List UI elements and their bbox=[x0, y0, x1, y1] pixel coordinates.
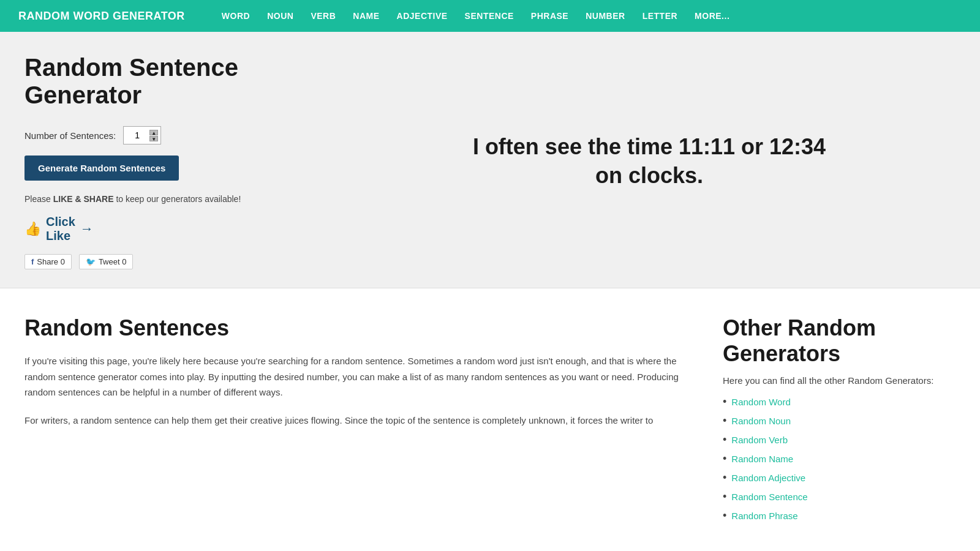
nav-link-verb[interactable]: VERB bbox=[311, 11, 336, 21]
list-item: Random Adjective bbox=[723, 471, 956, 484]
number-label: Number of Sentences: bbox=[24, 130, 116, 141]
generated-sentence: I often see the time 11:11 or 12:34 on c… bbox=[466, 133, 833, 190]
nav-link-name[interactable]: NAME bbox=[353, 11, 379, 21]
number-row: Number of Sentences: ▲ ▼ bbox=[24, 126, 318, 144]
content-para-2: For writers, a random sentence can help … bbox=[24, 413, 686, 429]
nav-brand: RANDOM WORD GENERATOR bbox=[18, 10, 185, 23]
twitter-tweet-button[interactable]: 🐦 Tweet 0 bbox=[79, 254, 134, 269]
content-right: Other Random Generators Here you can fin… bbox=[723, 315, 956, 528]
other-generator-link[interactable]: Random Name bbox=[731, 454, 793, 464]
number-input-wrap: ▲ ▼ bbox=[123, 126, 161, 144]
other-generator-link[interactable]: Random Word bbox=[731, 397, 790, 407]
share-note-end: to keep our generators available! bbox=[114, 194, 241, 204]
share-note: Please LIKE & SHARE to keep our generato… bbox=[24, 194, 318, 204]
facebook-icon: f bbox=[31, 257, 34, 266]
nav-link-phrase[interactable]: PHRASE bbox=[531, 11, 568, 21]
nav-link-word[interactable]: WORD bbox=[222, 11, 250, 21]
hero-left: Random Sentence Generator Number of Sent… bbox=[24, 54, 318, 269]
hero-right: I often see the time 11:11 or 12:34 on c… bbox=[343, 54, 956, 269]
share-note-plain: Please bbox=[24, 194, 53, 204]
main-content: Random Sentences If you're visiting this… bbox=[0, 288, 980, 551]
other-generator-link[interactable]: Random Phrase bbox=[731, 511, 797, 521]
arrow-right-icon: → bbox=[80, 221, 94, 237]
page-title: Random Sentence Generator bbox=[24, 54, 318, 109]
other-generator-link[interactable]: Random Sentence bbox=[731, 492, 807, 502]
nav-link-sentence[interactable]: SENTENCE bbox=[465, 11, 514, 21]
other-generators-list: Random WordRandom NounRandom VerbRandom … bbox=[723, 395, 956, 522]
tweet-label: Tweet 0 bbox=[99, 257, 127, 266]
click-like-row: 👍 ClickLike → bbox=[24, 215, 318, 243]
facebook-share-button[interactable]: f Share 0 bbox=[24, 254, 72, 269]
click-like-text[interactable]: ClickLike bbox=[46, 215, 75, 243]
spinner-down[interactable]: ▼ bbox=[149, 136, 158, 141]
spinner-up[interactable]: ▲ bbox=[149, 130, 158, 135]
list-item: Random Noun bbox=[723, 414, 956, 427]
other-generator-link[interactable]: Random Noun bbox=[731, 416, 791, 426]
nav-links: WORDNOUNVERBNAMEADJECTIVESENTENCEPHRASEN… bbox=[222, 10, 729, 21]
list-item: Random Sentence bbox=[723, 490, 956, 503]
other-generators-subtitle: Here you can find all the other Random G… bbox=[723, 375, 956, 386]
thumbs-up-icon: 👍 bbox=[24, 221, 41, 237]
nav-link-more[interactable]: MORE... bbox=[695, 11, 729, 21]
spinner-buttons: ▲ ▼ bbox=[149, 130, 158, 141]
share-note-bold: LIKE & SHARE bbox=[53, 194, 114, 204]
generate-button[interactable]: Generate Random Sentences bbox=[24, 156, 179, 181]
list-item: Random Word bbox=[723, 395, 956, 408]
content-left: Random Sentences If you're visiting this… bbox=[24, 315, 723, 528]
other-generator-link[interactable]: Random Verb bbox=[731, 435, 788, 445]
hero-section: Random Sentence Generator Number of Sent… bbox=[0, 32, 980, 288]
other-generators-title: Other Random Generators bbox=[723, 315, 956, 367]
nav-link-noun[interactable]: NOUN bbox=[267, 11, 293, 21]
nav-link-adjective[interactable]: ADJECTIVE bbox=[397, 11, 448, 21]
random-sentences-title: Random Sentences bbox=[24, 315, 686, 341]
list-item: Random Name bbox=[723, 452, 956, 465]
navbar: RANDOM WORD GENERATOR WORDNOUNVERBNAMEAD… bbox=[0, 0, 980, 32]
social-row: f Share 0 🐦 Tweet 0 bbox=[24, 254, 318, 269]
list-item: Random Phrase bbox=[723, 509, 956, 522]
nav-link-number[interactable]: NUMBER bbox=[586, 11, 625, 21]
nav-link-letter[interactable]: LETTER bbox=[643, 11, 677, 21]
content-para-1: If you're visiting this page, you're lik… bbox=[24, 353, 686, 400]
share-label: Share 0 bbox=[37, 257, 65, 266]
twitter-icon: 🐦 bbox=[86, 257, 96, 266]
number-input[interactable] bbox=[126, 130, 148, 140]
list-item: Random Verb bbox=[723, 433, 956, 446]
other-generator-link[interactable]: Random Adjective bbox=[731, 473, 805, 483]
